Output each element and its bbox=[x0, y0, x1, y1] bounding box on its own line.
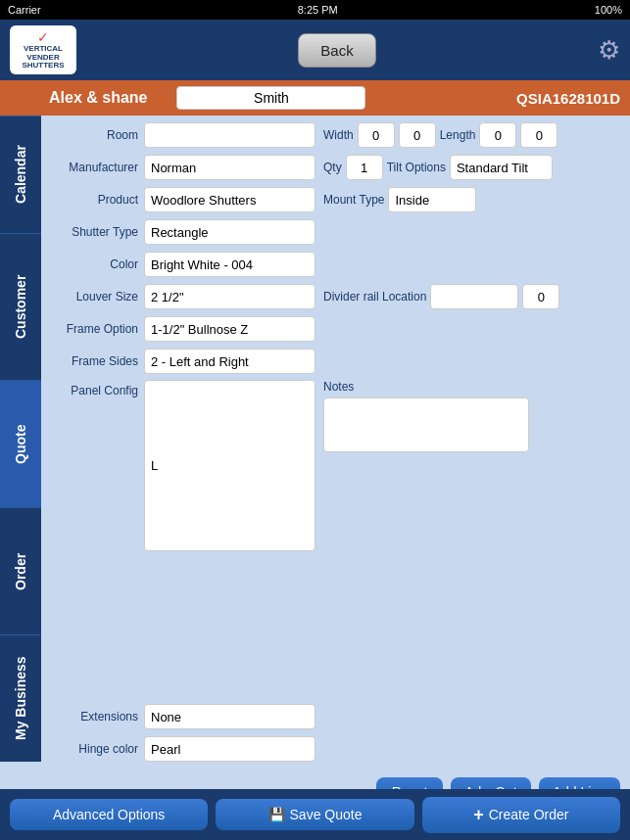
notes-textarea[interactable] bbox=[323, 397, 529, 452]
divider-rail-input[interactable] bbox=[430, 284, 518, 309]
tilt-options-label: Tilt Options bbox=[387, 161, 446, 174]
color-label: Color bbox=[51, 257, 144, 271]
room-right-fields: Width Length bbox=[323, 122, 620, 148]
room-input[interactable] bbox=[144, 122, 315, 148]
product-right-fields: Mount Type bbox=[323, 187, 620, 212]
time-label: 8:25 PM bbox=[298, 4, 338, 16]
gear-icon: ⚙ bbox=[598, 35, 620, 65]
divider-rail-label: Divider rail Location bbox=[323, 290, 426, 303]
room-label: Room bbox=[51, 128, 144, 142]
mfr-right-fields: Qty Tilt Options bbox=[323, 155, 620, 180]
hinge-color-label: Hinge color bbox=[51, 742, 144, 756]
tilt-options-input[interactable] bbox=[450, 155, 553, 180]
qty-label: Qty bbox=[323, 161, 342, 174]
sidebar-item-calendar[interactable]: Calendar bbox=[0, 116, 41, 233]
form-section: Room Width Length Manufacturer Qty Tilt … bbox=[41, 116, 630, 773]
create-order-button[interactable]: + Create Order bbox=[422, 797, 620, 833]
logo-check-icon: ✓ bbox=[10, 29, 76, 45]
advanced-options-button[interactable]: Advanced Options bbox=[10, 799, 208, 830]
frame-sides-input[interactable] bbox=[144, 349, 315, 374]
plus-icon: + bbox=[473, 805, 484, 825]
hinge-color-input[interactable] bbox=[144, 736, 315, 762]
divider-rail-num[interactable] bbox=[522, 284, 559, 309]
sidebar-order-label: Order bbox=[13, 552, 28, 589]
shutter-type-label: Shutter Type bbox=[51, 225, 144, 239]
sidebar-item-mybusiness[interactable]: My Business bbox=[0, 634, 41, 762]
louver-row: Louver Size Divider rail Location bbox=[51, 283, 620, 310]
panel-notes-row: Panel Config Notes bbox=[51, 380, 620, 727]
sidebar-quote-label: Quote bbox=[13, 424, 28, 463]
panel-config-label: Panel Config bbox=[51, 380, 144, 397]
sidebar-item-order[interactable]: Order bbox=[0, 507, 41, 634]
product-input[interactable] bbox=[144, 187, 315, 212]
length-label: Length bbox=[440, 128, 476, 142]
frame-option-input[interactable] bbox=[144, 316, 315, 342]
mount-type-label: Mount Type bbox=[323, 193, 384, 207]
logo: ✓ VERTICALVENDER SHUTTERS bbox=[10, 25, 76, 74]
status-bar: Carrier 8:25 PM 100% bbox=[0, 0, 630, 20]
logo-text: VERTICALVENDER SHUTTERS bbox=[10, 45, 76, 70]
main-content: Room Width Length Manufacturer Qty Tilt … bbox=[41, 116, 630, 840]
last-name-field[interactable] bbox=[176, 86, 365, 110]
frame-sides-label: Frame Sides bbox=[51, 354, 144, 368]
sidebar-calendar-label: Calendar bbox=[13, 146, 28, 205]
manufacturer-input[interactable] bbox=[144, 155, 315, 180]
customer-header: Alex & shane QSIA1628101D bbox=[0, 80, 630, 116]
create-order-label: Create Order bbox=[489, 807, 569, 822]
battery-label: 100% bbox=[595, 4, 622, 16]
back-button[interactable]: Back bbox=[298, 33, 375, 68]
extensions-row: Extensions bbox=[51, 703, 620, 730]
louver-right-fields: Divider rail Location bbox=[323, 284, 620, 309]
shutter-type-input[interactable] bbox=[144, 219, 315, 245]
frame-sides-row: Frame Sides bbox=[51, 348, 620, 375]
product-label: Product bbox=[51, 193, 144, 207]
hinge-color-row: Hinge color bbox=[51, 735, 620, 763]
save-icon: 💾 bbox=[268, 807, 285, 822]
carrier-label: Carrier bbox=[8, 4, 41, 16]
color-input[interactable] bbox=[144, 252, 315, 277]
color-row: Color bbox=[51, 251, 620, 278]
shutter-type-row: Shutter Type bbox=[51, 218, 620, 246]
customer-name: Alex & shane bbox=[49, 89, 147, 107]
louver-size-input[interactable] bbox=[144, 284, 315, 309]
louver-size-label: Louver Size bbox=[51, 290, 144, 303]
manufacturer-row: Manufacturer Qty Tilt Options bbox=[51, 154, 620, 181]
mount-type-input[interactable] bbox=[388, 187, 476, 212]
top-nav: ✓ VERTICALVENDER SHUTTERS Back ⚙ bbox=[0, 20, 630, 80]
sidebar-item-quote[interactable]: Quote bbox=[0, 380, 41, 507]
frame-option-row: Frame Option bbox=[51, 315, 620, 343]
manufacturer-label: Manufacturer bbox=[51, 161, 144, 174]
product-row: Product Mount Type bbox=[51, 186, 620, 213]
sidebar-mybusiness-label: My Business bbox=[13, 657, 28, 741]
room-row: Room Width Length bbox=[51, 121, 620, 149]
save-quote-label: Save Quote bbox=[290, 807, 363, 822]
extensions-label: Extensions bbox=[51, 710, 144, 723]
sidebar: Calendar Customer Quote Order My Busines… bbox=[0, 116, 41, 840]
frame-option-label: Frame Option bbox=[51, 322, 144, 336]
panel-config-input[interactable] bbox=[144, 380, 315, 551]
quote-id: QSIA1628101D bbox=[516, 90, 620, 107]
sidebar-item-customer[interactable]: Customer bbox=[0, 233, 41, 380]
save-quote-button[interactable]: 💾 Save Quote bbox=[216, 799, 413, 830]
advanced-options-label: Advanced Options bbox=[53, 807, 165, 822]
notes-label: Notes bbox=[323, 380, 529, 394]
qty-input[interactable] bbox=[346, 155, 383, 180]
length-input-1[interactable] bbox=[479, 122, 516, 148]
width-label: Width bbox=[323, 128, 354, 142]
width-input-1[interactable] bbox=[358, 122, 395, 148]
bottom-bar: Advanced Options 💾 Save Quote + Create O… bbox=[0, 789, 630, 840]
extensions-input[interactable] bbox=[144, 704, 315, 729]
length-input-2[interactable] bbox=[520, 122, 557, 148]
sidebar-customer-label: Customer bbox=[13, 275, 28, 339]
width-input-2[interactable] bbox=[399, 122, 436, 148]
gear-button[interactable]: ⚙ bbox=[598, 35, 620, 66]
